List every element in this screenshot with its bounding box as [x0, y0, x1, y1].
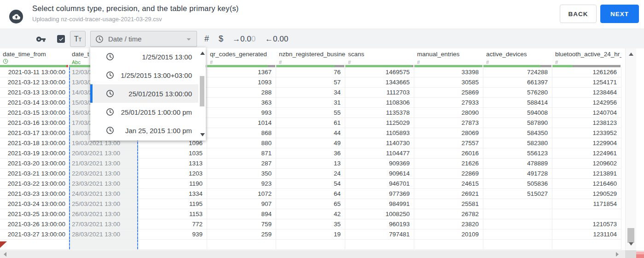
table-cell[interactable]: 1231104 [552, 229, 621, 239]
table-cell[interactable]: 25/03/2021 13:00 [69, 199, 138, 209]
table-cell[interactable]: 363 [207, 98, 276, 107]
table-cell[interactable]: 946701 [345, 179, 414, 188]
number-type-button[interactable]: # [204, 29, 209, 49]
table-cell[interactable]: 2021-03-16 13:00:00 [0, 118, 69, 128]
column-header-date_time_from[interactable]: date_time_from [0, 48, 69, 65]
table-cell[interactable]: 25869 [414, 88, 483, 97]
table-cell[interactable]: 22869 [414, 169, 483, 178]
currency-type-button[interactable]: $ [219, 29, 223, 49]
table-cell[interactable]: 350 [207, 169, 276, 178]
table-cell[interactable]: 24/03/2021 13:00 [69, 189, 138, 199]
table-cell[interactable]: 2021-03-17 13:00:00 [0, 128, 69, 138]
table-cell[interactable]: 55 [276, 108, 345, 117]
table-cell[interactable]: 2021-03-20 13:00:00 [0, 158, 69, 168]
table-cell[interactable]: 22/03/2021 13:00 [69, 169, 138, 178]
table-cell[interactable] [69, 240, 138, 249]
table-cell[interactable] [207, 240, 276, 249]
table-cell[interactable]: 2021-03-24 13:00:00 [0, 199, 69, 209]
table-cell[interactable]: 44 [276, 128, 345, 138]
table-cell[interactable]: 984991 [345, 199, 414, 209]
table-cell[interactable]: 42 [276, 209, 345, 219]
table-cell[interactable]: 31 [276, 98, 345, 107]
table-cell[interactable]: 1313 [138, 158, 207, 168]
table-cell[interactable] [0, 240, 69, 249]
table-cell[interactable]: 1035 [138, 148, 207, 158]
table-cell[interactable]: 894 [207, 209, 276, 219]
dropdown-scroll-down-icon[interactable] [200, 133, 205, 136]
table-cell[interactable]: 1105893 [345, 128, 414, 138]
table-cell[interactable]: 2021-03-14 13:00:00 [0, 98, 69, 107]
column-header-nzbn_registered_busine[interactable]: nzbn_registered_busine# [276, 48, 345, 65]
primary-key-icon[interactable] [36, 34, 46, 44]
table-cell[interactable]: 871 [207, 148, 276, 158]
table-cell[interactable]: 1261266 [552, 67, 621, 77]
table-cell[interactable]: 2021-03-13 13:00:00 [0, 88, 69, 97]
dropdown-scrollbar[interactable] [198, 47, 206, 141]
table-cell[interactable]: 868 [207, 128, 276, 138]
format-option[interactable]: 1/25/2015 13:00+03:00 [90, 66, 206, 84]
table-cell[interactable]: 587890 [483, 118, 552, 128]
column-header-active_devices[interactable]: active_devices# [483, 48, 552, 65]
table-cell[interactable]: 1242956 [552, 98, 621, 107]
table-cell[interactable]: 1140730 [345, 138, 414, 148]
table-cell[interactable]: 33398 [414, 67, 483, 77]
text-type-button[interactable]: Tt [70, 31, 86, 47]
table-cell[interactable]: 65 [276, 199, 345, 209]
table-cell[interactable] [414, 240, 483, 249]
table-cell[interactable] [345, 240, 414, 249]
table-cell[interactable]: 1153 [138, 209, 207, 219]
table-cell[interactable]: 28/03/2021 13:00 [69, 229, 138, 239]
table-cell[interactable]: 23/03/2021 13:00 [69, 179, 138, 188]
table-cell[interactable]: 2021-03-15 13:00:00 [0, 108, 69, 117]
table-cell[interactable]: 21626 [414, 158, 483, 168]
table-cell[interactable]: 491728 [483, 169, 552, 178]
table-cell[interactable]: 35 [276, 219, 345, 229]
table-cell[interactable]: 28069 [414, 128, 483, 138]
table-cell[interactable]: 977369 [345, 189, 414, 199]
table-cell[interactable]: 923 [207, 179, 276, 188]
scroll-up-arrow-icon[interactable] [629, 53, 633, 56]
table-cell[interactable]: 1093 [207, 77, 276, 87]
table-cell[interactable]: 2021-03-21 13:00:00 [0, 169, 69, 178]
table-cell[interactable]: 1008250 [345, 209, 414, 219]
table-cell[interactable]: 2021-03-22 13:00:00 [0, 179, 69, 188]
table-cell[interactable]: 30585 [414, 77, 483, 87]
table-cell[interactable]: 24615 [414, 179, 483, 188]
table-cell[interactable]: 2021-03-19 13:00:00 [0, 148, 69, 158]
format-option-selected[interactable]: 25/01/2015 13:00:00 [90, 84, 206, 103]
table-cell[interactable]: 1112703 [345, 88, 414, 97]
scroll-right-arrow-icon[interactable] [616, 252, 619, 257]
table-cell[interactable]: 1171854 [552, 199, 621, 209]
table-cell[interactable]: 1290529 [552, 189, 621, 199]
table-cell[interactable]: 2021-03-27 13:00:00 [0, 229, 69, 239]
column-header-qr_codes_generated[interactable]: qr_codes_generated# [207, 48, 276, 65]
table-cell[interactable]: 20109 [414, 229, 483, 239]
table-cell[interactable]: 1195 [138, 199, 207, 209]
table-cell[interactable]: 287 [207, 158, 276, 168]
table-cell[interactable]: 588414 [483, 98, 552, 107]
table-cell[interactable]: 20/03/2021 13:00 [69, 148, 138, 158]
table-cell[interactable]: 19 [276, 229, 345, 239]
table-cell[interactable]: 288 [207, 88, 276, 97]
table-cell[interactable]: 1210573 [552, 219, 621, 229]
table-cell[interactable]: 759 [207, 219, 276, 229]
table-cell[interactable]: 27873 [414, 118, 483, 128]
table-cell[interactable]: 1229904 [552, 138, 621, 148]
table-cell[interactable]: 1343665 [345, 77, 414, 87]
table-cell[interactable]: 34 [276, 88, 345, 97]
table-cell[interactable]: 880 [207, 138, 276, 148]
table-cell[interactable]: 1367 [207, 67, 276, 77]
column-header-manual_entries[interactable]: manual_entries# [414, 48, 483, 65]
next-button[interactable]: NEXT [600, 5, 639, 23]
table-cell[interactable]: 661397 [483, 77, 552, 87]
table-cell[interactable]: 2021-03-11 13:00:00 [0, 67, 69, 77]
table-cell[interactable] [483, 229, 552, 239]
table-cell[interactable]: 2021-03-25 13:00:00 [0, 209, 69, 219]
table-cell[interactable] [483, 219, 552, 229]
column-header-bluetooth_active_24_hr_[interactable]: bluetooth_active_24_hr_# [552, 48, 621, 65]
table-cell[interactable]: 1209602 [552, 158, 621, 168]
table-cell[interactable]: 1238464 [552, 88, 621, 97]
table-cell[interactable]: 907 [207, 199, 276, 209]
table-cell[interactable]: 2021-03-23 13:00:00 [0, 189, 69, 199]
table-cell[interactable] [138, 240, 207, 249]
